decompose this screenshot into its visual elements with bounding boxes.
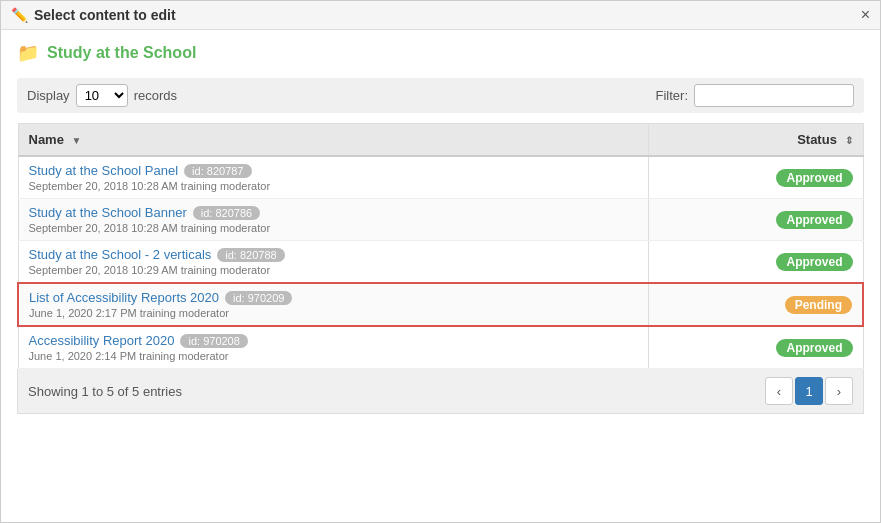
modal-header: ✏️ Select content to edit × xyxy=(1,1,880,30)
pagination: ‹ 1 › xyxy=(765,377,853,405)
modal-title-area: ✏️ Select content to edit xyxy=(11,7,176,23)
content-name-link[interactable]: Study at the School Panel xyxy=(29,163,179,178)
filter-label: Filter: xyxy=(656,88,689,103)
controls-row: Display 10 25 50 100 records Filter: xyxy=(17,78,864,113)
close-icon[interactable]: × xyxy=(861,7,870,23)
status-cell: Approved xyxy=(648,156,863,199)
name-id-row: List of Accessibility Reports 2020 id: 9… xyxy=(29,290,638,305)
name-id-row: Accessibility Report 2020 id: 970208 xyxy=(29,333,638,348)
table-header-row: Name ▼ Status ⇕ xyxy=(18,124,863,157)
modal-title: Select content to edit xyxy=(34,7,176,23)
status-sort-icon: ⇕ xyxy=(845,135,853,146)
display-left: Display 10 25 50 100 records xyxy=(27,84,177,107)
current-page-button[interactable]: 1 xyxy=(795,377,823,405)
name-cell: List of Accessibility Reports 2020 id: 9… xyxy=(18,283,648,326)
name-meta: September 20, 2018 10:28 AM training mod… xyxy=(29,180,638,192)
name-cell: Study at the School Panel id: 820787 Sep… xyxy=(18,156,648,199)
section-title-area: 📁 Study at the School xyxy=(17,42,864,64)
content-table: Name ▼ Status ⇕ Study at the School Pane… xyxy=(17,123,864,369)
folder-icon: 📁 xyxy=(17,42,39,64)
edit-icon: ✏️ xyxy=(11,7,28,23)
name-cell-inner: Study at the School Panel id: 820787 Sep… xyxy=(29,163,638,192)
status-cell: Approved xyxy=(648,326,863,369)
modal-body: 📁 Study at the School Display 10 25 50 1… xyxy=(1,30,880,426)
showing-text: Showing 1 to 5 of 5 entries xyxy=(28,384,182,399)
name-id-row: Study at the School Banner id: 820786 xyxy=(29,205,638,220)
name-meta: September 20, 2018 10:29 AM training mod… xyxy=(29,264,638,276)
name-cell-inner: Accessibility Report 2020 id: 970208 Jun… xyxy=(29,333,638,362)
content-name-link[interactable]: Study at the School - 2 verticals xyxy=(29,247,212,262)
section-title: Study at the School xyxy=(47,44,196,62)
id-badge: id: 820787 xyxy=(184,164,251,178)
name-cell: Accessibility Report 2020 id: 970208 Jun… xyxy=(18,326,648,369)
id-badge: id: 970209 xyxy=(225,291,292,305)
name-cell: Study at the School Banner id: 820786 Se… xyxy=(18,199,648,241)
name-cell-inner: List of Accessibility Reports 2020 id: 9… xyxy=(29,290,638,319)
status-badge: Pending xyxy=(785,296,852,314)
name-id-row: Study at the School Panel id: 820787 xyxy=(29,163,638,178)
records-label: records xyxy=(134,88,177,103)
status-cell: Pending xyxy=(648,283,863,326)
table-row[interactable]: Study at the School - 2 verticals id: 82… xyxy=(18,241,863,284)
sort-icon: ▼ xyxy=(72,135,82,146)
id-badge: id: 820788 xyxy=(217,248,284,262)
content-name-link[interactable]: Accessibility Report 2020 xyxy=(29,333,175,348)
id-badge: id: 820786 xyxy=(193,206,260,220)
status-badge: Approved xyxy=(776,169,852,187)
table-row[interactable]: List of Accessibility Reports 2020 id: 9… xyxy=(18,283,863,326)
content-name-link[interactable]: List of Accessibility Reports 2020 xyxy=(29,290,219,305)
name-cell-inner: Study at the School - 2 verticals id: 82… xyxy=(29,247,638,276)
table-row[interactable]: Accessibility Report 2020 id: 970208 Jun… xyxy=(18,326,863,369)
name-meta: September 20, 2018 10:28 AM training mod… xyxy=(29,222,638,234)
id-badge: id: 970208 xyxy=(180,334,247,348)
col-name-header[interactable]: Name ▼ xyxy=(18,124,648,157)
filter-input[interactable] xyxy=(694,84,854,107)
name-id-row: Study at the School - 2 verticals id: 82… xyxy=(29,247,638,262)
display-label: Display xyxy=(27,88,70,103)
display-select[interactable]: 10 25 50 100 xyxy=(76,84,128,107)
status-badge: Approved xyxy=(776,339,852,357)
table-row[interactable]: Study at the School Panel id: 820787 Sep… xyxy=(18,156,863,199)
name-cell-inner: Study at the School Banner id: 820786 Se… xyxy=(29,205,638,234)
filter-right: Filter: xyxy=(656,84,855,107)
next-page-button[interactable]: › xyxy=(825,377,853,405)
status-badge: Approved xyxy=(776,253,852,271)
status-cell: Approved xyxy=(648,241,863,284)
status-cell: Approved xyxy=(648,199,863,241)
status-badge: Approved xyxy=(776,211,852,229)
table-row[interactable]: Study at the School Banner id: 820786 Se… xyxy=(18,199,863,241)
col-status-header[interactable]: Status ⇕ xyxy=(648,124,863,157)
name-cell: Study at the School - 2 verticals id: 82… xyxy=(18,241,648,284)
name-meta: June 1, 2020 2:14 PM training moderator xyxy=(29,350,638,362)
content-name-link[interactable]: Study at the School Banner xyxy=(29,205,187,220)
name-meta: June 1, 2020 2:17 PM training moderator xyxy=(29,307,638,319)
prev-page-button[interactable]: ‹ xyxy=(765,377,793,405)
table-footer: Showing 1 to 5 of 5 entries ‹ 1 › xyxy=(17,369,864,414)
